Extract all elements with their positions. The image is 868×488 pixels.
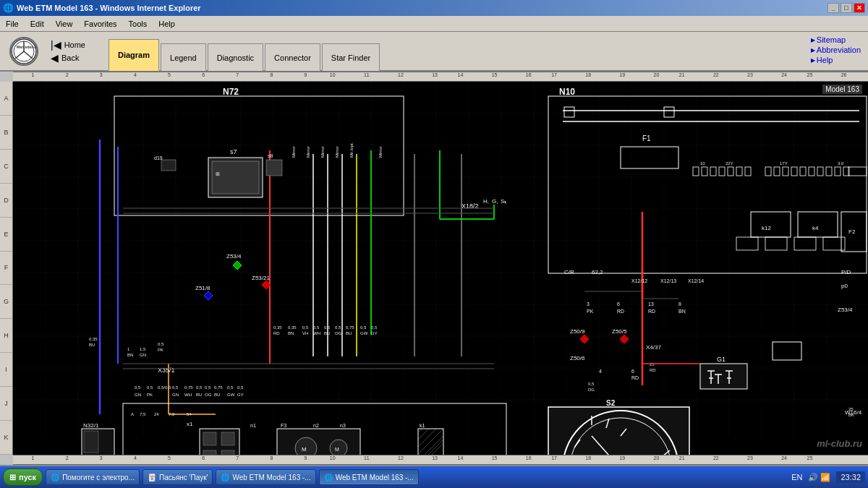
- sitemap-link[interactable]: Sitemap: [811, 35, 861, 44]
- svg-text:0,5: 0,5: [158, 342, 164, 346]
- svg-text:3: 3: [587, 301, 590, 307]
- wiring-diagram: N72 N10: [13, 82, 868, 455]
- top-ruler: 1 2 3 4 5 6 7 8 9 10 11 12 13 14 15 16 1…: [13, 72, 868, 82]
- svg-text:P/D: P/D: [841, 269, 851, 275]
- svg-text:0,5: 0,5: [227, 385, 234, 390]
- close-button[interactable]: ✕: [854, 3, 865, 13]
- menu-help[interactable]: Help: [153, 16, 181, 31]
- svg-text:0,5: 0,5: [335, 325, 341, 330]
- menu-edit[interactable]: Edit: [25, 16, 50, 31]
- svg-line-126: [418, 436, 443, 455]
- svg-text:X12/12: X12/12: [631, 278, 647, 283]
- svg-text:C/R: C/R: [564, 269, 574, 275]
- row-label-b: B: [0, 116, 12, 150]
- svg-text:X12/14: X12/14: [688, 278, 704, 283]
- svg-text:n2: n2: [313, 423, 319, 428]
- svg-text:Mercedes-Benz: Mercedes-Benz: [17, 45, 37, 49]
- svg-text:M: M: [335, 447, 339, 452]
- home-button[interactable]: |◀ Home: [51, 39, 85, 51]
- row-label-a: A: [0, 82, 12, 116]
- svg-text:6: 6: [631, 369, 634, 374]
- svg-text:0,75: 0,75: [214, 385, 223, 390]
- tab-diagnostic[interactable]: Diagnostic: [208, 43, 263, 71]
- taskbar-item-1[interactable]: 🌐 Помогите с электро...: [46, 469, 140, 485]
- taskbar-item-3[interactable]: 🌐 Web ETM Model 163 -...: [216, 469, 315, 485]
- svg-text:RD: RD: [273, 331, 280, 335]
- row-label-e: E: [0, 218, 12, 252]
- svg-text:0,75: 0,75: [346, 325, 354, 330]
- svg-text:M: M: [302, 446, 307, 453]
- svg-text:0,5: 0,5: [588, 382, 595, 386]
- svg-text:s7: s7: [230, 148, 237, 155]
- start-button[interactable]: ⊞ пуск: [3, 468, 43, 486]
- svg-text:OG: OG: [335, 331, 342, 335]
- svg-text:Z53/4: Z53/4: [838, 307, 853, 313]
- svg-text:Z50/5: Z50/5: [612, 328, 627, 335]
- toolbar: Mercedes-Benz |◀ Home ◀ Back Diagram Leg…: [0, 32, 868, 72]
- svg-text:RD: RD: [631, 375, 639, 380]
- main-wrapper: 1 2 3 4 5 6 7 8 9 10 11 12 13 14 15 16 1…: [0, 72, 868, 488]
- menu-file[interactable]: File: [0, 16, 25, 31]
- diagram-canvas[interactable]: N72 N10: [13, 82, 868, 455]
- svg-text:d19: d19: [154, 155, 163, 160]
- svg-text:3,0: 3,0: [838, 161, 844, 166]
- row-label-k: K: [0, 421, 12, 455]
- abbreviation-link[interactable]: Abbreviation: [811, 46, 861, 54]
- svg-text:x1: x1: [187, 421, 193, 427]
- svg-text:Z53/4: Z53/4: [226, 253, 242, 260]
- menu-favorites[interactable]: Favorites: [78, 16, 122, 31]
- svg-text:G,: G,: [492, 198, 498, 205]
- taskbar-item-4[interactable]: 🌐 Web ETM Model 163 -...: [319, 469, 419, 485]
- taskbar-icon-4: 🌐: [324, 474, 333, 481]
- menu-tools[interactable]: Tools: [123, 16, 153, 31]
- bottom-ruler: 1 2 3 4 5 6 7 8 9 10 11 12 13 14 15 16 1…: [13, 455, 868, 465]
- svg-text:7,5: 7,5: [169, 412, 175, 416]
- svg-text:62,2: 62,2: [592, 269, 603, 275]
- nav-section: |◀ Home ◀ Back: [45, 39, 91, 64]
- svg-text:F3: F3: [281, 423, 286, 428]
- svg-text:X12/13: X12/13: [660, 278, 676, 283]
- svg-text:F1: F1: [642, 134, 651, 142]
- row-label-i: I: [0, 353, 12, 387]
- back-button[interactable]: ◀ Back: [51, 52, 85, 64]
- back-label: Back: [61, 53, 79, 62]
- svg-text:GW: GW: [360, 331, 368, 335]
- taskbar: ⊞ пуск 🌐 Помогите с электро... 🃏 Пасьянс…: [0, 466, 868, 488]
- svg-text:k4: k4: [812, 225, 819, 231]
- svg-text:PK: PK: [147, 393, 153, 397]
- svg-text:GY: GY: [371, 331, 378, 335]
- help-link[interactable]: Help: [811, 56, 861, 64]
- minimize-button[interactable]: _: [827, 3, 839, 13]
- svg-text:0,5: 0,5: [324, 325, 331, 330]
- maximize-button[interactable]: □: [841, 3, 852, 13]
- menu-view[interactable]: View: [50, 16, 79, 31]
- title-bar: 🌐 Web ETM Model 163 - Windows Internet E…: [0, 0, 868, 16]
- svg-text:Z50/6: Z50/6: [570, 355, 585, 361]
- tab-connector[interactable]: Connector: [265, 43, 320, 71]
- taskbar-item-2[interactable]: 🃏 Пасьянс 'Паук': [142, 469, 213, 485]
- svg-rect-115: [277, 429, 360, 455]
- svg-text:0,5: 0,5: [302, 325, 309, 330]
- svg-text:BN: BN: [127, 353, 133, 357]
- tab-diagram[interactable]: Diagram: [109, 39, 159, 71]
- svg-text:s8: s8: [268, 153, 273, 158]
- mercedes-logo: Mercedes-Benz: [9, 37, 38, 66]
- svg-text:0,5: 0,5: [205, 385, 211, 390]
- svg-text:0,35: 0,35: [273, 325, 282, 330]
- left-ruler-vert: A B C D E F G H I J K: [0, 82, 13, 455]
- taskbar-icon-2: 🃏: [148, 474, 156, 481]
- start-label: пуск: [19, 473, 36, 481]
- svg-text:BK: BK: [848, 413, 854, 417]
- row-label-c: C: [0, 150, 12, 184]
- svg-text:BU: BU: [346, 331, 352, 335]
- svg-text:BU: BU: [214, 393, 220, 397]
- tab-star-finder[interactable]: Star Finder: [322, 43, 380, 71]
- svg-text:Mirror: Mirror: [320, 146, 325, 158]
- svg-rect-71: [161, 160, 176, 171]
- ruler-marks: 1 2 3 4 5 6 7 8 9 10 11 12 13 14 15 16 1…: [14, 72, 867, 81]
- tabs-section: Diagram Legend Diagnostic Connector Star…: [109, 31, 380, 71]
- tab-legend[interactable]: Legend: [161, 43, 206, 71]
- right-links: Sitemap Abbreviation Help: [811, 35, 861, 64]
- svg-text:0,5: 0,5: [237, 385, 244, 390]
- svg-text:0,5: 0,5: [313, 325, 320, 330]
